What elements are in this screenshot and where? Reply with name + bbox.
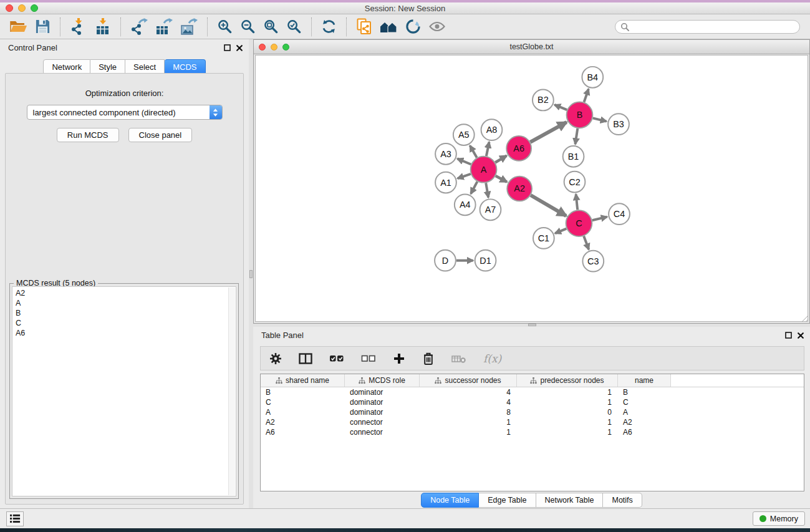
cell-predecessor-nodes[interactable]: 1 [517, 428, 618, 437]
cell-shared-name[interactable]: A2 [261, 418, 345, 427]
close-panel-button[interactable]: Close panel [128, 128, 193, 142]
run-mcds-button[interactable]: Run MCDS [57, 128, 119, 142]
node-B4[interactable]: B4 [582, 67, 603, 88]
column-header-name[interactable]: name [618, 374, 671, 387]
edge-A-A2[interactable] [496, 176, 507, 182]
column-header-shared-name[interactable]: shared name [261, 374, 345, 387]
node-A5[interactable]: A5 [453, 124, 475, 145]
export-table-button[interactable] [152, 17, 176, 36]
table-settings-button[interactable] [266, 351, 286, 366]
node-D1[interactable]: D1 [475, 250, 496, 271]
zoom-out-button[interactable] [236, 17, 259, 36]
edge-C-C3[interactable] [584, 236, 589, 250]
cell-predecessor-nodes[interactable]: 1 [517, 398, 618, 407]
export-image-button[interactable] [176, 17, 201, 36]
edge-C-C4[interactable] [592, 217, 607, 221]
edge-A-A7[interactable] [486, 183, 488, 197]
cell-shared-name[interactable]: A6 [261, 428, 345, 437]
node-A6[interactable]: A6 [506, 136, 531, 161]
node-C[interactable]: C [566, 210, 592, 236]
import-table-button[interactable] [90, 17, 115, 36]
edge-B-B2[interactable] [554, 105, 567, 110]
table-row[interactable]: Adominator80A [261, 407, 804, 417]
tab-edge-table[interactable]: Edge Table [479, 493, 536, 508]
node-A1[interactable]: A1 [435, 172, 456, 193]
save-session-button[interactable] [31, 17, 54, 36]
edge-C-C2[interactable] [576, 194, 578, 210]
node-B3[interactable]: B3 [608, 114, 629, 135]
node-B[interactable]: B [567, 102, 593, 128]
split-table-button[interactable] [295, 351, 316, 366]
edge-A-A5[interactable] [470, 145, 477, 157]
apply-layout-button[interactable] [317, 17, 340, 36]
table-row[interactable]: Bdominator41B [261, 387, 804, 397]
edge-A-A8[interactable] [486, 142, 489, 157]
cell-name[interactable]: B [618, 388, 671, 397]
mcds-result-item[interactable]: A6 [16, 328, 236, 338]
divider-handle[interactable] [528, 324, 536, 326]
cell-name[interactable]: A [618, 408, 671, 417]
node-C1[interactable]: C1 [533, 228, 554, 249]
node-A2[interactable]: A2 [507, 177, 532, 201]
node-A3[interactable]: A3 [435, 143, 456, 165]
node-A7[interactable]: A7 [480, 199, 501, 220]
hide-graphics-button[interactable] [425, 17, 450, 36]
table-row[interactable]: A6connector11A6 [261, 427, 804, 437]
edge-A2-C[interactable] [531, 195, 566, 216]
add-column-button[interactable] [389, 351, 409, 366]
node-A8[interactable]: A8 [481, 119, 503, 140]
cell-successor-nodes[interactable]: 4 [420, 388, 517, 397]
deselect-all-button[interactable] [357, 351, 380, 366]
cell-MCDS-role[interactable]: dominator [345, 408, 420, 417]
node-C4[interactable]: C4 [609, 203, 630, 225]
scrollbar-track[interactable] [228, 288, 235, 495]
clone-network-button[interactable] [352, 17, 376, 36]
cell-shared-name[interactable]: A [261, 408, 345, 417]
edge-A-A3[interactable] [457, 158, 471, 164]
mcds-result-item[interactable]: C [16, 318, 236, 328]
import-network-button[interactable] [66, 17, 90, 36]
cell-shared-name[interactable]: C [261, 398, 345, 407]
zoom-fit-button[interactable] [259, 17, 282, 36]
cell-MCDS-role[interactable]: connector [345, 428, 420, 437]
cell-name[interactable]: C [618, 398, 671, 407]
table-row[interactable]: Cdominator41C [261, 397, 804, 407]
close-panel-icon[interactable] [236, 45, 243, 51]
node-C2[interactable]: C2 [564, 172, 586, 193]
function-builder-button[interactable]: f(x) [480, 351, 505, 366]
zoom-selected-button[interactable] [282, 17, 306, 36]
column-header-predecessor-nodes[interactable]: predecessor nodes [517, 374, 618, 387]
open-session-button[interactable] [5, 17, 31, 36]
cell-successor-nodes[interactable]: 1 [420, 428, 517, 437]
node-B2[interactable]: B2 [533, 90, 554, 111]
cell-predecessor-nodes[interactable]: 1 [517, 418, 618, 427]
edge-A-A4[interactable] [471, 181, 477, 194]
home-button[interactable] [376, 17, 402, 36]
edge-A6-B[interactable] [530, 122, 566, 142]
select-all-button[interactable] [325, 351, 348, 366]
delete-table-button[interactable] [448, 351, 470, 366]
node-A[interactable]: A [471, 157, 497, 183]
search-input[interactable] [632, 22, 794, 31]
tab-motifs[interactable]: Motifs [603, 493, 642, 508]
cell-name[interactable]: A6 [618, 428, 671, 437]
edge-B-B4[interactable] [584, 89, 589, 102]
edge-B-B3[interactable] [593, 118, 607, 121]
edge-B-B1[interactable] [576, 128, 578, 144]
table-row[interactable]: A2connector11A2 [261, 417, 804, 427]
cell-name[interactable]: A2 [618, 418, 671, 427]
edge-A-A6[interactable] [495, 156, 506, 163]
cell-predecessor-nodes[interactable]: 1 [517, 388, 618, 397]
cell-MCDS-role[interactable]: dominator [345, 388, 420, 397]
cell-successor-nodes[interactable]: 8 [420, 408, 517, 417]
cell-predecessor-nodes[interactable]: 0 [517, 408, 618, 417]
float-panel-icon[interactable] [785, 332, 792, 339]
node-C3[interactable]: C3 [582, 251, 604, 272]
close-panel-icon[interactable] [798, 332, 804, 339]
export-network-button[interactable] [127, 17, 152, 36]
cell-MCDS-role[interactable]: connector [345, 418, 420, 427]
delete-column-button[interactable] [418, 351, 438, 367]
mcds-result-item[interactable]: B [16, 308, 236, 318]
node-A4[interactable]: A4 [455, 194, 476, 215]
column-header-MCDS-role[interactable]: MCDS role [345, 374, 420, 387]
